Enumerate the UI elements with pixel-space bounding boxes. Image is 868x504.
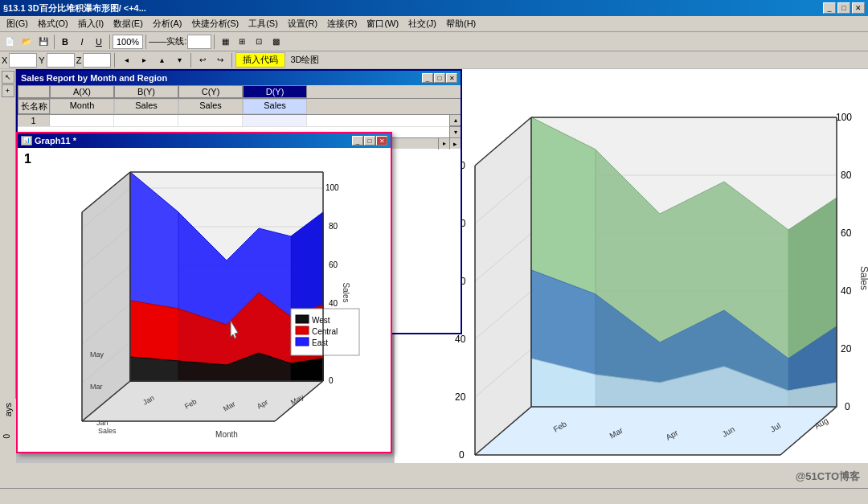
menu-help[interactable]: 帮助(H) [441, 17, 481, 31]
toolbar-more4[interactable]: ▩ [268, 34, 284, 50]
toolbar-underline[interactable]: U [91, 34, 107, 50]
menu-format[interactable]: 格式(O) [33, 17, 73, 31]
close-btn[interactable]: ✕ [852, 2, 865, 14]
minimize-btn[interactable]: _ [823, 2, 836, 14]
menu-insert[interactable]: 插入(I) [73, 17, 108, 31]
svg-text:0: 0 [329, 376, 334, 385]
coord-y-input[interactable] [47, 53, 75, 68]
toolbar-more2[interactable]: ⊞ [234, 34, 250, 50]
svg-text:100: 100 [326, 183, 339, 192]
row-name-row: 长名称 Month Sales Sales Sales [18, 99, 461, 115]
svg-text:40: 40 [455, 334, 466, 345]
svg-text:80: 80 [329, 222, 338, 231]
toolbar-more1[interactable]: ▦ [217, 34, 233, 50]
menu-data[interactable]: 数据(E) [108, 17, 148, 31]
toolbar-redo[interactable]: ↪ [212, 52, 228, 68]
g11-max[interactable]: □ [364, 136, 375, 145]
svg-text:40: 40 [329, 299, 338, 308]
ss-min-btn[interactable]: _ [422, 73, 433, 83]
svg-text:East: East [312, 338, 328, 347]
toolbar-bold[interactable]: B [57, 34, 73, 50]
sep3 [145, 35, 146, 49]
menu-connect[interactable]: 连接(R) [322, 17, 362, 31]
maximize-btn[interactable]: □ [837, 2, 850, 14]
col-header-c[interactable]: C(Y) [178, 85, 243, 98]
svg-text:Jan: Jan [96, 419, 108, 427]
spreadsheet-vscroll[interactable]: ▴ ▾ [449, 115, 461, 137]
svg-marker-85 [130, 357, 178, 381]
scroll-up-btn[interactable]: ▴ [450, 115, 461, 126]
menu-quick[interactable]: 快捷分析(S) [187, 17, 244, 31]
page-number: 1 [24, 152, 31, 166]
col-header-a[interactable]: A(X) [50, 85, 114, 98]
menu-window[interactable]: 窗口(W) [362, 17, 403, 31]
app-win-controls[interactable]: _ □ ✕ [823, 2, 865, 14]
toolbar-open[interactable]: 📂 [18, 34, 35, 50]
toolbar-undo[interactable]: ↩ [194, 52, 211, 68]
data-row-1: 1 [18, 115, 449, 127]
menu-tools[interactable]: 工具(S) [244, 17, 283, 31]
toolbar-new[interactable]: 📄 [2, 34, 18, 50]
arrow-up[interactable]: ▴ [154, 52, 170, 68]
cell-c1[interactable] [178, 115, 243, 126]
watermark: @51CTO博客 [796, 469, 860, 484]
toolbar-italic[interactable]: I [74, 34, 90, 50]
sep2 [109, 35, 110, 49]
ss-close-btn[interactable]: ✕ [446, 73, 457, 83]
svg-marker-64 [82, 172, 130, 421]
svg-text:West: West [312, 316, 330, 325]
arrow-right[interactable]: ▸ [136, 52, 152, 68]
left-tool-2[interactable]: + [2, 84, 14, 97]
svg-text:Sales: Sales [98, 427, 117, 435]
svg-text:100: 100 [836, 112, 852, 123]
svg-text:Sales: Sales [342, 282, 350, 302]
toolbar-more3[interactable]: ⊡ [251, 34, 267, 50]
coord-z-label: Z [76, 55, 82, 65]
menu-analysis[interactable]: 分析(A) [148, 17, 187, 31]
graph11-title-left: 📊 Graph11 * [21, 136, 76, 145]
coord-x-input[interactable] [9, 53, 37, 68]
graph11-title-bar[interactable]: 📊 Graph11 * _ □ ✕ [18, 133, 391, 148]
toolbar-zoom[interactable]: 100% [113, 35, 143, 49]
left-tool-1[interactable]: ↖ [2, 71, 14, 84]
toolbar-row-2: X Y Z ◂ ▸ ▴ ▾ ↩ ↪ 插入代码 3D绘图 [0, 51, 868, 69]
svg-text:80: 80 [841, 170, 852, 181]
toolbar-highlighted-text: 插入代码 [235, 52, 285, 68]
hscroll-page[interactable]: ▸ [449, 138, 461, 150]
status-bar [0, 488, 868, 504]
cell-a1[interactable] [50, 115, 114, 126]
svg-text:Sales: Sales [858, 266, 868, 290]
spreadsheet-title-bar[interactable]: Sales Report by Month and Region _ □ ✕ [18, 71, 461, 85]
svg-text:40: 40 [841, 285, 852, 297]
workspace: ↖ + Sales Report by Month and Region _ □… [0, 69, 868, 463]
large-3d-chart-svg: 0 20 40 60 80 100 0 20 40 60 80 100 Sale… [395, 69, 868, 463]
bottom-left-panel: ays [0, 399, 16, 463]
menu-file[interactable]: 图(G) [2, 17, 33, 31]
scroll-down-btn[interactable]: ▾ [450, 126, 461, 137]
g11-min[interactable]: _ [352, 136, 363, 145]
row-num-header [18, 85, 50, 98]
col-name-month: Month [50, 99, 114, 114]
toolbar-row-1: 📄 📂 💾 B I U 100% ——实线: ▦ ⊞ ⊡ ▩ [0, 32, 868, 51]
toolbar-line-input[interactable] [187, 35, 211, 49]
g11-close[interactable]: ✕ [376, 136, 387, 145]
col-header-b[interactable]: B(Y) [114, 85, 178, 98]
arrow-down[interactable]: ▾ [171, 52, 187, 68]
arrow-left[interactable]: ◂ [118, 52, 134, 68]
toolbar-text2: 3D绘图 [287, 54, 322, 66]
toolbar-save[interactable]: 💾 [35, 34, 51, 50]
menu-social[interactable]: 社交(J) [403, 17, 441, 31]
long-name-label: 长名称 [18, 99, 50, 114]
menu-settings[interactable]: 设置(R) [283, 17, 322, 31]
col-header-d[interactable]: D(Y) [243, 85, 307, 98]
coord-z-input[interactable] [83, 53, 111, 68]
svg-marker-1 [475, 407, 837, 455]
graph11-controls[interactable]: _ □ ✕ [352, 136, 387, 145]
spreadsheet-win-controls[interactable]: _ □ ✕ [422, 73, 457, 83]
hscroll-right[interactable]: ▸ [438, 138, 449, 150]
svg-rect-110 [296, 338, 309, 346]
cell-d1[interactable] [243, 115, 307, 126]
ss-max-btn[interactable]: □ [434, 73, 445, 83]
graph11-content: 1 [18, 148, 391, 452]
cell-b1[interactable] [114, 115, 178, 126]
